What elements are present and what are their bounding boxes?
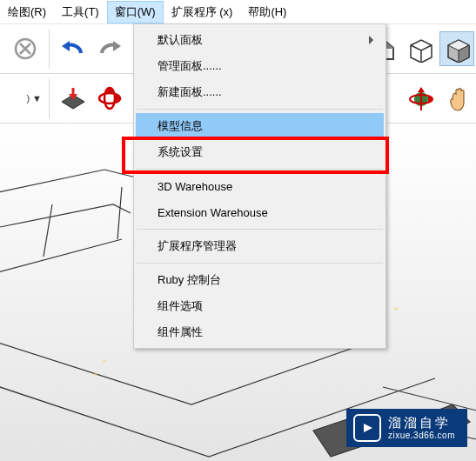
box-wire-icon[interactable]	[403, 32, 436, 65]
menu-component-attributes[interactable]: 组件属性	[136, 319, 384, 345]
menu-sep	[137, 169, 383, 170]
menu-window[interactable]: 窗口(W)	[107, 1, 164, 23]
import-icon[interactable]	[57, 82, 90, 115]
menu-ruby-console[interactable]: Ruby 控制台	[136, 267, 384, 293]
svg-marker-3	[62, 41, 70, 51]
menu-manage-panel[interactable]: 管理面板......	[136, 53, 384, 79]
menu-extension-manager[interactable]: 扩展程序管理器	[136, 233, 384, 259]
watermark-brand: 溜溜自学	[388, 415, 455, 431]
menu-3d-warehouse[interactable]: 3D Warehouse	[136, 173, 384, 199]
hand-icon[interactable]	[441, 83, 474, 116]
svg-marker-4	[113, 41, 121, 51]
svg-point-25	[94, 372, 97, 376]
svg-point-22	[394, 307, 398, 311]
menu-extension-warehouse[interactable]: Extension Warehouse	[136, 199, 384, 225]
undo-icon[interactable]	[57, 32, 90, 65]
orbit-green-icon[interactable]	[405, 83, 438, 116]
window-menu-dropdown: 默认面板 管理面板...... 新建面板...... 模型信息 系统设置 3D …	[133, 23, 386, 349]
menu-default-panel[interactable]: 默认面板	[136, 27, 384, 53]
watermark-play-icon	[353, 414, 381, 442]
menu-tools[interactable]: 工具(T)	[54, 1, 107, 23]
menu-sep	[137, 109, 383, 110]
menu-sep	[137, 229, 383, 230]
dropdown-caret[interactable]: ) ▼	[7, 88, 44, 109]
menu-help[interactable]: 帮助(H)	[240, 1, 294, 23]
menu-component-options[interactable]: 组件选项	[136, 293, 384, 319]
box-shaded-icon[interactable]	[439, 31, 474, 66]
redo-icon[interactable]	[93, 32, 126, 65]
svg-marker-20	[418, 87, 425, 92]
orbit-icon[interactable]	[93, 82, 126, 115]
toolbar-right-2	[403, 75, 476, 124]
svg-point-24	[103, 359, 106, 363]
menu-model-info[interactable]: 模型信息	[136, 113, 384, 139]
menu-sep	[137, 263, 383, 264]
cancel-icon[interactable]	[9, 32, 42, 65]
menu-extensions[interactable]: 扩展程序 (x)	[164, 1, 241, 23]
menu-draw[interactable]: 绘图(R)	[0, 1, 54, 23]
watermark: 溜溜自学 zixue.3d66.com	[346, 409, 467, 447]
menu-preferences[interactable]: 系统设置	[136, 139, 384, 165]
watermark-url: zixue.3d66.com	[388, 431, 455, 441]
menubar: 绘图(R) 工具(T) 窗口(W) 扩展程序 (x) 帮助(H)	[0, 0, 476, 24]
svg-marker-26	[364, 424, 372, 432]
menu-new-panel[interactable]: 新建面板......	[136, 79, 384, 105]
